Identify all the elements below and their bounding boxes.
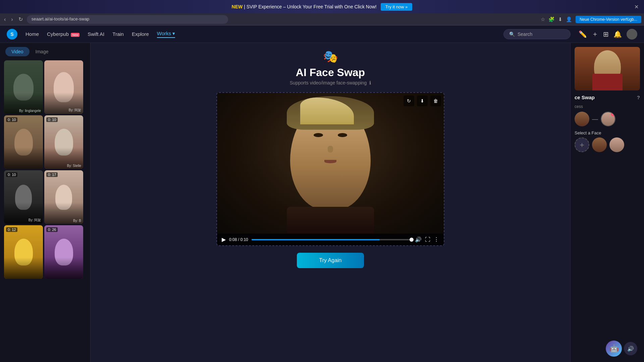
thumb-gradient — [4, 170, 43, 224]
list-item[interactable]: By: linglangele — [4, 60, 43, 114]
thumb-gradient — [44, 170, 83, 224]
process-label: cess — [575, 104, 640, 109]
banner-close-button[interactable]: ✕ — [634, 4, 639, 10]
thumb-author: By: Stelle — [67, 164, 81, 168]
promo-banner: NEW | SVIP Experience – Unlock Your Free… — [0, 0, 644, 13]
progress-thumb[interactable] — [410, 238, 414, 242]
extension-icon[interactable]: 🧩 — [548, 16, 555, 22]
thumb-duration: 0: 17 — [46, 172, 58, 177]
download-button[interactable]: ⬇ — [417, 96, 428, 106]
thumb-author: By: linglangele — [19, 109, 41, 113]
download-icon[interactable]: ⬇ — [558, 16, 562, 22]
help-icon[interactable]: ℹ — [369, 80, 371, 85]
edit-icon[interactable]: ✏️ — [579, 30, 587, 38]
list-item[interactable]: 0: 17 By: B — [44, 170, 83, 224]
tool-title: AI Face Swap — [290, 66, 371, 79]
panel-process-section: cess — ✕ — [575, 104, 640, 126]
nav-explore[interactable]: Explore — [132, 31, 149, 37]
panel-title: ce Swap ? — [575, 95, 640, 100]
banner-text: NEW | SVIP Experience – Unlock Your Free… — [232, 4, 377, 9]
list-item[interactable]: 0: 10 — [4, 115, 43, 169]
ai-helper-button[interactable]: 🤖 — [606, 341, 622, 357]
select-face-label: Select a Face — [575, 130, 640, 135]
thumb-author: By: 阿架 — [29, 218, 41, 223]
back-button[interactable]: ‹ — [3, 15, 7, 24]
nav-home[interactable]: Home — [25, 31, 39, 37]
url-input[interactable]: seaart.ai/ai-tools/ai-face-swap — [27, 15, 228, 24]
new-badge: New — [71, 33, 79, 37]
list-item[interactable]: 0: 10 By: 阿架 — [4, 170, 43, 224]
search-placeholder: Search — [518, 32, 532, 37]
plus-icon[interactable]: ＋ — [592, 29, 598, 39]
thumb-gradient — [4, 225, 43, 279]
face-option-1[interactable] — [592, 137, 607, 152]
refresh-button[interactable]: ↻ — [404, 96, 414, 106]
thumb-gradient — [4, 60, 43, 114]
navbar: S Home Cyberpub New Swift AI Train Explo… — [0, 25, 644, 43]
reload-button[interactable]: ↻ — [17, 15, 24, 24]
thumb-gradient — [4, 115, 43, 169]
bell-icon[interactable]: 🔔 — [613, 30, 622, 38]
nav-works[interactable]: Works ▾ — [157, 31, 175, 38]
list-item[interactable]: 0: 12 — [4, 225, 43, 279]
face-option-2[interactable] — [609, 137, 624, 152]
nav-train[interactable]: Train — [112, 31, 124, 37]
tab-image[interactable]: Image — [30, 47, 55, 56]
face-remove-button[interactable]: ✕ — [611, 112, 615, 116]
thumb-duration: 0: 12 — [6, 227, 17, 232]
banner-cta-button[interactable]: Try it now » — [381, 3, 413, 11]
face-options: ＋ — [575, 137, 640, 152]
video-toolbar: ↻ ⬇ 🗑 — [404, 96, 441, 106]
bookmark-icon[interactable]: ☆ — [541, 16, 545, 22]
grid-icon[interactable]: ⊞ — [603, 30, 609, 38]
try-again-button[interactable]: Try Again — [297, 253, 364, 268]
target-face[interactable]: ✕ — [601, 112, 615, 126]
search-icon: 🔍 — [509, 32, 515, 37]
video-controls: ▶ 0:08 / 0:10 🔊 ⛶ ⋮ — [217, 234, 444, 245]
thumb-duration: 0: 10 — [6, 117, 17, 122]
chevron-down-icon: ▾ — [172, 31, 175, 37]
progress-fill — [252, 239, 380, 240]
main-content: 🎭 AI Face Swap Supports video/image face… — [91, 43, 570, 362]
delete-button[interactable]: 🗑 — [430, 96, 441, 106]
more-options-button[interactable]: ⋮ — [434, 236, 439, 243]
add-face-button[interactable]: ＋ — [575, 137, 589, 152]
avatar[interactable] — [627, 29, 637, 40]
address-bar: ‹ › ↻ seaart.ai/ai-tools/ai-face-swap ☆ … — [0, 13, 644, 25]
progress-bar[interactable] — [252, 239, 412, 240]
help-icon[interactable]: ? — [637, 95, 640, 100]
logo[interactable]: S — [7, 29, 17, 40]
right-panel: ce Swap ? cess — ✕ Select a Face ＋ — [570, 43, 644, 362]
thumb-duration: 0: 26 — [46, 227, 58, 232]
thumb-gradient — [44, 60, 83, 114]
list-item[interactable]: By: 阿架 — [44, 60, 83, 114]
face-arrow-icon: — — [592, 116, 598, 123]
nav-cyberpub[interactable]: Cyberpub New — [47, 31, 79, 37]
nav-swift-ai[interactable]: Swift AI — [88, 31, 104, 37]
address-right: ☆ 🧩 ⬇ 👤 Neue Chrome-Version verfügb... — [541, 16, 641, 23]
tab-video[interactable]: Video — [5, 47, 30, 56]
forward-button[interactable]: › — [10, 15, 14, 24]
face-pair: — ✕ — [575, 112, 640, 126]
list-item[interactable]: 0: 10 By: Stelle — [44, 115, 83, 169]
fullscreen-button[interactable]: ⛶ — [425, 237, 430, 243]
play-button[interactable]: ▶ — [222, 236, 226, 243]
tool-icon: 🎭 — [290, 50, 371, 64]
thumb-duration: 0: 10 — [46, 117, 58, 122]
thumb-author: By: 阿架 — [69, 108, 81, 113]
source-face — [575, 112, 589, 126]
video-area: ↻ ⬇ 🗑 — [217, 93, 444, 234]
list-item[interactable]: 0: 26 — [44, 225, 83, 279]
video-container: ↻ ⬇ 🗑 ▶ 0:08 / 0:10 🔊 ⛶ ⋮ — [216, 92, 444, 246]
search-box[interactable]: 🔍 Search — [503, 29, 571, 39]
sound-icon: 🔊 — [627, 346, 634, 352]
chrome-update-button[interactable]: Neue Chrome-Version verfügb... — [576, 16, 641, 23]
media-tabs: Video Image — [0, 47, 90, 60]
select-face-section: Select a Face ＋ — [575, 130, 640, 152]
volume-button[interactable]: 🔊 — [415, 236, 422, 243]
sidebar: Video Image By: linglangele By: 阿架 — [0, 43, 91, 362]
profile-icon[interactable]: 👤 — [566, 16, 572, 22]
banner-new: NEW — [232, 4, 243, 9]
sound-button[interactable]: 🔊 — [624, 342, 637, 355]
thumb-duration: 0: 10 — [6, 172, 17, 177]
